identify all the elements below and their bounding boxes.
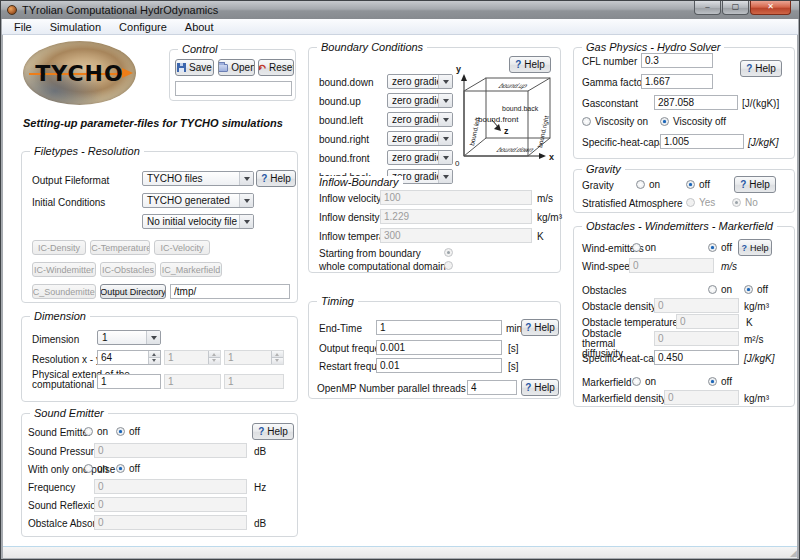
restart-frequency-input[interactable] [376,358,502,373]
save-button[interactable]: Save [175,59,214,76]
obstacles-on-radio[interactable]: on [708,284,732,295]
radio-icon[interactable] [84,464,93,473]
help-question-icon: ? [258,426,264,437]
menu-about[interactable]: About [176,20,223,34]
bound-down-select[interactable]: zero gradient [387,74,453,89]
viscosity-on-radio[interactable]: Viscosity on [582,116,648,127]
radio-selected-icon[interactable] [116,427,125,436]
resize-grip-icon[interactable]: ◢ [790,549,797,558]
radio-selected-icon[interactable] [708,243,717,252]
bound-left-select[interactable]: zero gradient [387,112,453,127]
obstacles-help-button[interactable]: ? Help [738,239,772,256]
parameter-file-input[interactable] [175,81,292,96]
restart-frequency-unit: [s] [508,361,519,372]
radio-selected-icon[interactable] [116,464,125,473]
radio-icon[interactable] [708,285,717,294]
filetypes-help-button[interactable]: ? Help [256,170,296,187]
radio-selected-icon[interactable] [708,377,717,386]
resolution-x-stepper[interactable]: 64 [97,350,161,365]
control-groupbox: Control Save Open ↶ Reset [169,49,296,101]
bound-right-select[interactable]: zero gradient [387,131,453,146]
axis-x-label: x [549,152,554,162]
inflow-velocity-unit: m/s [537,193,553,204]
gravity-on-radio[interactable]: on [636,179,660,190]
menu-file[interactable]: File [5,20,41,34]
menu-simulation[interactable]: Simulation [41,20,110,34]
wind-speed-label: Wind-speed [582,261,635,272]
output-frequency-input[interactable] [376,340,502,355]
off-label: off [699,179,710,190]
folder-icon [218,64,228,72]
initial-conditions-select[interactable]: TYCHO generated [142,193,254,208]
on-label: on [97,463,108,474]
end-time-input[interactable] [376,320,502,335]
one-pulse-on-radio[interactable]: on [84,463,108,474]
physical-extent-x-input[interactable] [97,374,161,389]
radio-icon[interactable] [636,180,645,189]
close-button[interactable]: ✕ [750,1,791,15]
gamma-input[interactable] [641,74,713,89]
title-bar: TYrolian Computational HydrOdynamics – ▢… [1,1,799,19]
markerfield-off-radio[interactable]: off [708,376,732,387]
gravity-label: Gravity [582,180,614,191]
radio-selected-icon[interactable] [686,180,695,189]
gas-shc-unit: [J/kgK] [748,137,779,148]
radio-icon[interactable] [632,243,641,252]
gas-help-button[interactable]: ? Help [740,60,782,77]
radio-icon[interactable] [84,427,93,436]
obstacle-shc-input[interactable] [654,350,739,365]
obstacle-density-label: Obstacle density [582,301,656,312]
radio-icon[interactable] [582,117,591,126]
dimension-select[interactable]: 1 [97,330,161,345]
gravity-groupbox: Gravity Gravity on off ? Help Stratisfie… [573,169,795,213]
bound-up-select[interactable]: zero gradient [387,93,453,108]
cfl-input[interactable] [641,53,713,68]
dimension-value: 1 [102,332,108,343]
ic-temperature-label: IC-Temperature [90,243,150,253]
resolution-z-value: 1 [228,352,234,363]
output-fileformat-select[interactable]: TYCHO files [142,171,254,186]
save-button-label: Save [189,62,212,73]
sound-emitter-on-radio[interactable]: on [84,426,108,437]
minimize-button[interactable]: – [694,1,721,15]
output-directory-button[interactable]: Output Directory [100,284,166,299]
markerfield-density-input [664,390,739,405]
ic-density-label: IC-Density [38,243,80,253]
chevron-down-icon [244,199,250,203]
obstacles-off-radio[interactable]: off [744,284,768,295]
radio-selected-icon[interactable] [660,117,669,126]
gas-shc-input[interactable] [660,134,744,149]
wind-emitters-on-radio[interactable]: on [632,242,656,253]
maximize-button[interactable]: ▢ [722,1,749,15]
gravity-help-button[interactable]: ? Help [734,176,776,193]
inflow-velocity-input [380,190,532,205]
reset-arrow-icon: ↶ [258,63,266,73]
sound-emitter-help-button[interactable]: ? Help [252,423,294,440]
radio-disabled-selected-icon [732,198,741,207]
openmp-threads-input[interactable] [467,380,517,395]
obstacle-temperature-unit: K [746,317,753,328]
chevron-down-icon [151,336,157,340]
markerfield-on-radio[interactable]: on [632,376,656,387]
on-label: on [645,242,656,253]
bound-front-select[interactable]: zero gradient [387,150,453,165]
radio-icon[interactable] [632,377,641,386]
one-pulse-off-radio[interactable]: off [116,463,140,474]
reset-button[interactable]: ↶ Reset [258,59,294,76]
menu-configure[interactable]: Configure [110,20,176,34]
start-boundary-label: Starting from boundary [319,248,421,259]
stepper-arrows-icon[interactable] [148,351,160,364]
timing-help-button[interactable]: ? Help [521,319,559,336]
sound-emitter-off-radio[interactable]: off [116,426,140,437]
off-label: off [721,376,732,387]
velocity-file-select[interactable]: No initial velocity file [142,214,254,229]
output-directory-input[interactable] [170,284,290,299]
gravity-off-radio[interactable]: off [686,179,710,190]
markerfield-label: Markerfield [582,377,631,388]
gasconstant-input[interactable] [654,95,738,110]
openmp-help-button[interactable]: ? Help [521,379,559,396]
radio-selected-icon[interactable] [744,285,753,294]
wind-emitters-off-radio[interactable]: off [708,242,732,253]
open-button[interactable]: Open [218,59,255,76]
viscosity-off-radio[interactable]: Viscosity off [660,116,726,127]
